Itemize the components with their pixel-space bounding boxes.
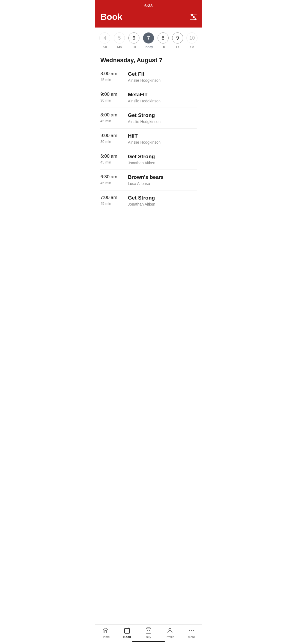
session-duration-3: 30 min xyxy=(100,140,111,144)
day-label-6: Tu xyxy=(132,45,136,49)
session-duration-5: 45 min xyxy=(100,181,111,185)
day-number-4: 4 xyxy=(99,32,110,43)
day-number-6: 6 xyxy=(128,32,139,43)
session-name-4: Get Strong xyxy=(128,154,197,160)
session-item-6[interactable]: 7:00 am45 minGet StrongJonathan Aitken xyxy=(100,190,197,211)
session-time-main-0: 8:00 am xyxy=(100,71,117,77)
session-info-5: Brown's bearsLuca Alfonso xyxy=(128,174,197,186)
session-info-4: Get StrongJonathan Aitken xyxy=(128,154,197,165)
session-time-main-6: 7:00 am xyxy=(100,195,117,200)
calendar-day-6[interactable]: 6Tu xyxy=(128,32,140,49)
day-label-8: Th xyxy=(161,45,165,49)
session-item-5[interactable]: 6:30 am45 minBrown's bearsLuca Alfonso xyxy=(100,170,197,190)
status-bar: 6:33 xyxy=(95,0,202,10)
session-info-0: Get FitAinslie Hodgkinson xyxy=(128,71,197,83)
session-item-4[interactable]: 6:00 am45 minGet StrongJonathan Aitken xyxy=(100,149,197,170)
session-name-5: Brown's bears xyxy=(128,174,197,180)
day-label-5: Mo xyxy=(117,45,122,49)
session-duration-0: 45 min xyxy=(100,78,111,82)
status-time: 6:33 xyxy=(144,3,153,8)
session-time-main-3: 9:00 am xyxy=(100,133,117,138)
session-trainer-3: Ainslie Hodgkinson xyxy=(128,140,197,144)
session-name-1: MetaFIT xyxy=(128,92,197,98)
calendar-day-8[interactable]: 8Th xyxy=(157,32,169,49)
session-item-0[interactable]: 8:00 am45 minGet FitAinslie Hodgkinson xyxy=(100,67,197,87)
session-time-main-2: 8:00 am xyxy=(100,112,117,118)
calendar-day-10[interactable]: 10Sa xyxy=(186,32,198,49)
session-time-3: 9:00 am30 min xyxy=(100,133,125,144)
session-duration-2: 45 min xyxy=(100,119,111,123)
content-area: Wednesday, August 7 8:00 am45 minGet Fit… xyxy=(95,52,202,233)
calendar-strip: 4Su5Mo6Tu7Today8Th9Fr10Sa xyxy=(95,28,202,52)
filter-dot-3 xyxy=(194,18,196,20)
filter-line-3 xyxy=(190,19,197,20)
session-name-0: Get Fit xyxy=(128,71,197,77)
day-label-10: Sa xyxy=(190,45,194,49)
session-trainer-6: Jonathan Aitken xyxy=(128,202,197,206)
session-item-1[interactable]: 9:00 am30 minMetaFITAinslie Hodgkinson xyxy=(100,87,197,108)
session-time-main-4: 6:00 am xyxy=(100,154,117,159)
session-info-6: Get StrongJonathan Aitken xyxy=(128,195,197,206)
session-item-3[interactable]: 9:00 am30 minHIITAinslie Hodgkinson xyxy=(100,129,197,149)
calendar-day-7[interactable]: 7Today xyxy=(142,32,155,49)
session-info-2: Get StrongAinslie Hodgkinson xyxy=(128,112,197,124)
session-trainer-2: Ainslie Hodgkinson xyxy=(128,119,197,124)
session-time-0: 8:00 am45 min xyxy=(100,71,125,82)
session-info-1: MetaFITAinslie Hodgkinson xyxy=(128,92,197,103)
session-time-6: 7:00 am45 min xyxy=(100,195,125,206)
header: Book xyxy=(95,10,202,28)
day-number-8: 8 xyxy=(158,32,169,43)
calendar-day-9[interactable]: 9Fr xyxy=(171,32,184,49)
session-list: 8:00 am45 minGet FitAinslie Hodgkinson9:… xyxy=(95,67,202,211)
session-time-1: 9:00 am30 min xyxy=(100,92,125,102)
session-name-3: HIIT xyxy=(128,133,197,139)
day-label-4: Su xyxy=(103,45,107,49)
session-duration-6: 45 min xyxy=(100,201,111,206)
page-title: Book xyxy=(100,12,122,22)
calendar-day-4[interactable]: 4Su xyxy=(98,32,111,49)
session-trainer-5: Luca Alfonso xyxy=(128,181,197,186)
session-name-6: Get Strong xyxy=(128,195,197,201)
day-number-5: 5 xyxy=(114,32,125,43)
day-number-10: 10 xyxy=(186,32,197,43)
filter-button[interactable] xyxy=(190,15,197,20)
session-duration-4: 45 min xyxy=(100,160,111,164)
session-name-2: Get Strong xyxy=(128,112,197,118)
date-heading: Wednesday, August 7 xyxy=(95,52,202,67)
filter-line-1 xyxy=(190,15,197,15)
session-time-4: 6:00 am45 min xyxy=(100,154,125,164)
session-trainer-1: Ainslie Hodgkinson xyxy=(128,99,197,103)
session-duration-1: 30 min xyxy=(100,98,111,102)
session-time-main-1: 9:00 am xyxy=(100,92,117,97)
session-time-2: 8:00 am45 min xyxy=(100,112,125,123)
filter-dot-2 xyxy=(193,16,195,18)
session-trainer-0: Ainslie Hodgkinson xyxy=(128,78,197,83)
session-trainer-4: Jonathan Aitken xyxy=(128,161,197,165)
session-time-main-5: 6:30 am xyxy=(100,174,117,180)
filter-line-2 xyxy=(190,17,197,17)
day-label-9: Fr xyxy=(176,45,179,49)
day-label-7: Today xyxy=(144,45,153,49)
filter-dot-1 xyxy=(191,14,193,16)
session-time-5: 6:30 am45 min xyxy=(100,174,125,185)
day-number-9: 9 xyxy=(172,32,183,43)
calendar-day-5[interactable]: 5Mo xyxy=(113,32,126,49)
day-number-7: 7 xyxy=(143,32,154,43)
session-item-2[interactable]: 8:00 am45 minGet StrongAinslie Hodgkinso… xyxy=(100,108,197,129)
session-info-3: HIITAinslie Hodgkinson xyxy=(128,133,197,144)
